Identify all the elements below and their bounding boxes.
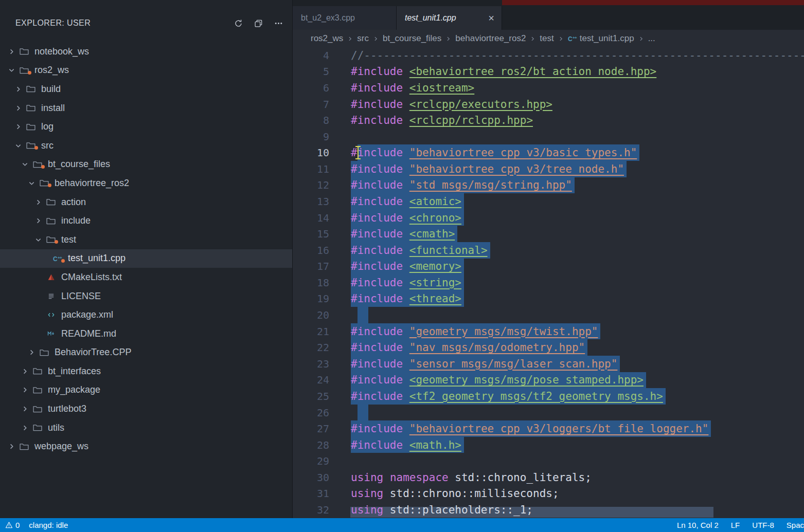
refresh-button[interactable]	[234, 19, 243, 28]
tree-item-bt-course-files[interactable]: bt_course_files	[0, 155, 292, 174]
code-line-19[interactable]: 19#include <thread>	[293, 291, 804, 307]
tab-bt-u2-ex3-cpp[interactable]: bt_u2_ex3.cpp	[293, 6, 397, 30]
modified-dot	[28, 71, 31, 75]
tree-item-install[interactable]: install	[0, 99, 292, 118]
code-line-12[interactable]: 12#include "std_msgs/msg/string.hpp"	[293, 177, 804, 194]
code-line-16[interactable]: 16#include <functional>	[293, 242, 804, 259]
status-cursor-position[interactable]: Ln 10, Col 2	[677, 521, 719, 529]
tree-item-behaviortree-cpp[interactable]: BehaviorTree.CPP	[0, 343, 292, 362]
tree-item-turtlebot3[interactable]: turtlebot3	[0, 399, 292, 418]
code-line-11[interactable]: 11#include "behaviortree_cpp_v3/tree_nod…	[293, 161, 804, 177]
breadcrumb-item-src[interactable]: src	[357, 33, 369, 44]
tree-item-bt-interfaces[interactable]: bt_interfaces	[0, 362, 292, 381]
line-content: //--------------------------------------…	[351, 47, 804, 64]
code-line-6[interactable]: 6#include <iostream>	[293, 80, 804, 96]
tree-item-test[interactable]: test	[0, 230, 292, 249]
tree-item-src[interactable]: src	[0, 136, 292, 155]
code-line-9[interactable]: 9	[293, 129, 804, 145]
tree-item-package-xml[interactable]: package.xml	[0, 305, 292, 324]
code-line-14[interactable]: 14#include <chrono>	[293, 210, 804, 226]
explorer-sidebar: EXPLORER: USER notebook_wsros2_wsbuildin…	[0, 0, 293, 518]
status-clangd-status[interactable]: clangd: idle	[29, 521, 68, 529]
tree-item-include[interactable]: include	[0, 211, 292, 230]
status-eol[interactable]: LF	[731, 521, 740, 529]
code-token	[403, 82, 409, 94]
tree-item-label: my_package	[48, 384, 100, 395]
code-line-22[interactable]: 22#include "nav_msgs/msg/odometry.hpp"	[293, 339, 804, 356]
code-line-24[interactable]: 24#include <geometry_msgs/msg/pose_stamp…	[293, 372, 804, 389]
code-token: "sensor_msgs/msg/laser_scan.hpp"	[409, 358, 618, 370]
tree-item-cmakelists-txt[interactable]: CMakeLists.txt	[0, 268, 292, 287]
code-line-32[interactable]: 32using std::placeholders::_1;	[293, 502, 804, 518]
tree-item-readme-md[interactable]: README.md	[0, 324, 292, 343]
chevron-down-icon	[32, 236, 44, 244]
code-line-18[interactable]: 18#include <string>	[293, 274, 804, 291]
more-actions-button[interactable]	[274, 19, 283, 28]
tree-item-utils[interactable]: utils	[0, 418, 292, 437]
code-line-17[interactable]: 17#include <memory>	[293, 259, 804, 275]
code-token: <functional>	[409, 244, 488, 256]
svg-text:+: +	[575, 35, 577, 40]
status-indentation[interactable]: Spac	[787, 521, 804, 529]
line-content: #include <geometry_msgs/msg/pose_stamped…	[351, 372, 646, 389]
folder-icon	[44, 198, 58, 206]
code-line-5[interactable]: 5#include <behaviortree_ros2/bt_action_n…	[293, 64, 804, 80]
tree-item-behaviortree-ros2[interactable]: behaviortree_ros2	[0, 174, 292, 193]
code-line-21[interactable]: 21#include "geometry_msgs/msg/twist.hpp"	[293, 323, 804, 340]
chevron-down-icon	[12, 142, 24, 150]
code-token	[403, 292, 409, 305]
code-line-7[interactable]: 7#include <rclcpp/executors.hpp>	[293, 96, 804, 113]
code-line-4[interactable]: 4//-------------------------------------…	[293, 47, 804, 64]
breadcrumb-item-bt-course-files[interactable]: bt_course_files	[383, 33, 441, 44]
code-line-25[interactable]: 25#include <tf2_geometry_msgs/tf2_geomet…	[293, 388, 804, 405]
line-number: 18	[293, 277, 329, 289]
status-problems[interactable]: 0	[5, 521, 20, 529]
breadcrumb-item-behaviortree-ros2[interactable]: behaviortree_ros2	[455, 33, 526, 44]
breadcrumb-item-test[interactable]: test	[540, 33, 553, 44]
breadcrumb: ros2_wssrcbt_course_filesbehaviortree_ro…	[293, 30, 804, 47]
tree-item-build[interactable]: build	[0, 80, 292, 99]
tab-test-unit1-cpp[interactable]: test_unit1.cpp×	[397, 6, 502, 30]
code-line-8[interactable]: 8#include <rclcpp/rclcpp.hpp>	[293, 112, 804, 129]
code-line-26[interactable]: 26	[293, 405, 804, 421]
code-line-30[interactable]: 30using namespace std::chrono_literals;	[293, 469, 804, 486]
code-token: <chrono>	[409, 212, 461, 224]
code-line-23[interactable]: 23#include "sensor_msgs/msg/laser_scan.h…	[293, 356, 804, 372]
chevron-down-icon	[25, 179, 38, 187]
breadcrumb-item-[interactable]: ...	[648, 33, 655, 44]
status-encoding[interactable]: UTF-8	[752, 521, 774, 529]
tree-item-notebook-ws[interactable]: notebook_ws	[0, 42, 292, 61]
line-content: #include <cmath>	[351, 226, 457, 242]
code-line-28[interactable]: 28#include <math.h>	[293, 437, 804, 453]
tree-item-ros2-ws[interactable]: ros2_ws	[0, 61, 292, 80]
license-icon	[44, 292, 58, 300]
code-line-13[interactable]: 13#include <atomic>	[293, 193, 804, 210]
close-icon[interactable]: ×	[487, 13, 495, 23]
tree-item-log[interactable]: log	[0, 117, 292, 136]
tree-item-license[interactable]: LICENSE	[0, 287, 292, 306]
tree-item-webpage-ws[interactable]: webpage_ws	[0, 437, 292, 456]
code-editor[interactable]: 4//-------------------------------------…	[293, 47, 804, 518]
code-line-15[interactable]: 15#include <cmath>	[293, 226, 804, 242]
code-line-10[interactable]: 10#include "behaviortree_cpp_v3/basic_ty…	[293, 144, 804, 161]
chevron-separator-icon	[638, 35, 645, 42]
code-line-31[interactable]: 31using std::chrono::milliseconds;	[293, 486, 804, 502]
tree-item-my-package[interactable]: my_package	[0, 381, 292, 400]
code-token: #include	[351, 374, 403, 386]
cpp-icon: C++	[51, 254, 64, 263]
line-number: 25	[293, 390, 329, 402]
line-content: #include <atomic>	[351, 193, 464, 210]
line-content: #include <math.h>	[351, 437, 464, 453]
chevron-right-icon	[5, 443, 17, 450]
editor-tab-bar: bt_u2_ex3.cpptest_unit1.cpp×	[293, 0, 804, 30]
collapse-folders-button[interactable]	[254, 19, 263, 28]
code-line-29[interactable]: 29	[293, 453, 804, 469]
code-token: include	[358, 146, 403, 159]
tree-item-action[interactable]: action	[0, 193, 292, 212]
breadcrumb-item-ros2-ws[interactable]: ros2_ws	[311, 33, 343, 44]
breadcrumb-item-test-unit1-cpp[interactable]: C++test_unit1.cpp	[568, 33, 634, 44]
chevron-right-icon	[32, 198, 44, 206]
code-line-27[interactable]: 27#include "behaviortree_cpp_v3/loggers/…	[293, 420, 804, 437]
tree-item-test-unit1-cpp[interactable]: C++test_unit1.cpp	[0, 249, 292, 268]
code-line-20[interactable]: 20	[293, 307, 804, 323]
